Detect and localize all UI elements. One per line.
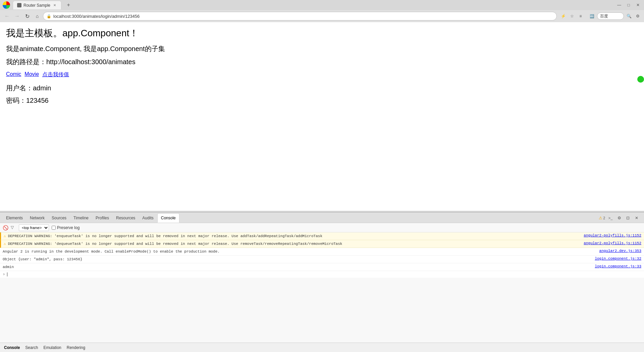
bottom-tab-search[interactable]: Search (25, 345, 38, 350)
prompt-arrow-icon: › (3, 272, 5, 277)
translate-icon: 🔤 (588, 12, 596, 20)
password-label: 密码： (6, 97, 26, 104)
tab-audits[interactable]: Audits (139, 213, 157, 223)
console-message-5: admin (3, 264, 591, 270)
tab-title: Router Sample (23, 3, 50, 8)
nav-links: Comic Movie 点击我传值 (6, 71, 638, 78)
console-prompt-row: › (0, 271, 644, 278)
back-btn[interactable]: ← (3, 12, 11, 20)
pass-value-link[interactable]: 点击我传值 (42, 71, 69, 78)
tab-resources[interactable]: Resources (113, 213, 139, 223)
minimize-btn[interactable]: — (616, 2, 623, 8)
tab-sources[interactable]: Sources (48, 213, 70, 223)
browser-logo (3, 1, 10, 9)
warning-icon-1: ⚠ (4, 234, 6, 238)
lightning-btn[interactable]: ⚡ (559, 12, 567, 20)
bottom-tab-emulation[interactable]: Emulation (43, 345, 61, 350)
console-message-1: DEPRECATION WARNING: 'enqueueTask' is no… (8, 233, 581, 239)
console-message-3: Angular 2 is running in the development … (3, 249, 596, 254)
password-value: 123456 (26, 97, 49, 104)
devtools-panel: Elements Network Sources Timeline Profil… (0, 212, 644, 343)
secure-icon: 🔒 (47, 14, 51, 18)
console-cursor[interactable] (7, 272, 7, 276)
console-message-2: DEPRECATION WARNING: 'dequeueTask' is no… (8, 241, 581, 247)
tab-console[interactable]: Console (157, 213, 179, 223)
console-source-3[interactable]: angular2.dev.js:353 (599, 249, 641, 253)
console-toolbar: 🚫 ▽ <top frame> Preserve log (0, 223, 644, 232)
devtools-close-btn[interactable]: ✕ (633, 215, 640, 221)
float-action-btn[interactable] (637, 76, 644, 83)
bottom-tab-rendering[interactable]: Rendering (67, 345, 85, 350)
browser-search-box[interactable]: 百度 (597, 12, 624, 20)
console-entry-info3: admin login.component.js:33 (0, 263, 644, 271)
movie-link[interactable]: Movie (24, 71, 39, 78)
path-text: 我的路径是：http://localhost:3000/animates (6, 57, 638, 67)
username-display: 用户名：admin (6, 84, 638, 93)
console-source-5[interactable]: login.component.js:33 (595, 264, 641, 268)
preserve-log-checkbox[interactable]: Preserve log (52, 225, 79, 230)
address-text: localhost:3000/animates/login/admin/1234… (53, 14, 140, 19)
tab-timeline[interactable]: Timeline (70, 213, 92, 223)
warning-icon-2: ⚠ (4, 241, 6, 246)
home-btn[interactable]: ⌂ (33, 12, 42, 20)
tab-close-btn[interactable]: ✕ (52, 3, 57, 8)
console-entry-warning2: ⚠ DEPRECATION WARNING: 'dequeueTask' is … (0, 240, 644, 248)
console-entry-info2: Object {user: "admin", pass: 123456} log… (0, 256, 644, 263)
settings-btn[interactable]: ⚙ (634, 12, 641, 20)
forward-btn[interactable]: → (13, 12, 21, 20)
username-label: 用户名： (6, 84, 33, 92)
comic-link[interactable]: Comic (6, 71, 21, 78)
maximize-btn[interactable]: □ (625, 2, 632, 8)
bottom-tab-console[interactable]: Console (4, 345, 20, 350)
reload-btn[interactable]: ↻ (23, 12, 32, 20)
console-entry-warning1: ⚠ DEPRECATION WARNING: 'enqueueTask' is … (0, 232, 644, 240)
preserve-log-input[interactable] (52, 226, 56, 230)
browser-tab[interactable]: Router Sample ✕ (13, 1, 61, 9)
sub-component-text: 我是animate.Component, 我是app.Component的子集 (6, 44, 638, 53)
close-btn[interactable]: ✕ (635, 2, 641, 8)
main-title: 我是主模板。app.Component！ (6, 27, 638, 40)
devtools-settings-btn[interactable]: ⚙ (616, 215, 623, 221)
console-message-4: Object {user: "admin", pass: 123456} (3, 257, 591, 262)
preserve-log-label: Preserve log (57, 225, 79, 230)
frame-selector[interactable]: <top frame> (19, 224, 49, 231)
star-btn[interactable]: ☆ (568, 12, 576, 20)
console-source-2[interactable]: angular2-polyfills.js:1152 (584, 241, 641, 245)
devtools-dock-btn[interactable]: ⊡ (625, 215, 631, 221)
tab-elements[interactable]: Elements (3, 213, 26, 223)
new-tab-btn[interactable]: + (65, 1, 72, 9)
devtools-console-prompt-btn[interactable]: >_ (607, 215, 614, 221)
password-display: 密码：123456 (6, 96, 638, 105)
browser-search-btn[interactable]: 🔍 (625, 12, 633, 20)
devtools-tabbar: Elements Network Sources Timeline Profil… (0, 212, 644, 223)
tab-favicon (17, 3, 21, 7)
tab-profiles[interactable]: Profiles (92, 213, 112, 223)
username-value: admin (33, 84, 51, 92)
tab-network[interactable]: Network (26, 213, 48, 223)
bottom-bar: Console Search Emulation Rendering (0, 343, 644, 352)
console-source-4[interactable]: login.component.js:32 (595, 257, 641, 261)
menu-btn[interactable]: ≡ (577, 12, 584, 20)
address-bar[interactable]: 🔒 localhost:3000/animates/login/admin/12… (43, 12, 557, 20)
filter-icon[interactable]: ▽ (11, 225, 16, 230)
main-content: 我是主模板。app.Component！ 我是animate.Component… (0, 22, 644, 210)
warning-count-badge: ⚠ 2 (599, 216, 605, 220)
console-entry-info1: Angular 2 is running in the development … (0, 248, 644, 256)
console-source-1[interactable]: angular2-polyfills.js:1152 (584, 233, 641, 237)
clear-console-btn[interactable]: 🚫 (3, 225, 8, 230)
console-output: ⚠ DEPRECATION WARNING: 'enqueueTask' is … (0, 232, 644, 343)
